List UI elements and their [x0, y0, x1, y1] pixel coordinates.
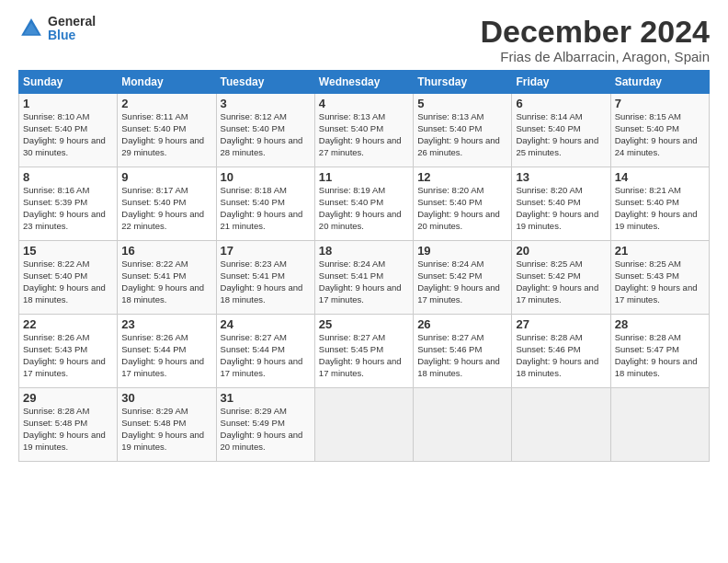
day-info: Sunrise: 8:26 AMSunset: 5:44 PMDaylight:… — [121, 332, 204, 377]
day-info: Sunrise: 8:24 AMSunset: 5:42 PMDaylight:… — [417, 259, 500, 304]
day-number: 24 — [221, 317, 311, 331]
calendar-table: Sunday Monday Tuesday Wednesday Thursday… — [18, 70, 710, 462]
day-info: Sunrise: 8:27 AMSunset: 5:44 PMDaylight:… — [221, 332, 303, 377]
header-wednesday: Wednesday — [314, 71, 413, 94]
day-number: 13 — [516, 170, 606, 184]
calendar-cell — [512, 388, 610, 462]
day-number: 12 — [417, 170, 507, 184]
day-number: 26 — [417, 317, 507, 331]
day-number: 14 — [615, 170, 705, 184]
calendar-cell: 5 Sunrise: 8:13 AMSunset: 5:40 PMDayligh… — [414, 94, 512, 167]
calendar-cell: 25 Sunrise: 8:27 AMSunset: 5:45 PMDaylig… — [314, 315, 413, 388]
logo-icon — [18, 16, 44, 41]
day-number: 19 — [417, 244, 507, 258]
calendar-cell: 6 Sunrise: 8:14 AMSunset: 5:40 PMDayligh… — [512, 94, 610, 167]
day-info: Sunrise: 8:28 AMSunset: 5:48 PMDaylight:… — [23, 406, 106, 451]
day-number: 27 — [516, 317, 606, 331]
calendar-cell: 12 Sunrise: 8:20 AMSunset: 5:40 PMDaylig… — [414, 167, 512, 241]
day-info: Sunrise: 8:24 AMSunset: 5:41 PMDaylight:… — [319, 259, 402, 304]
calendar-cell: 9 Sunrise: 8:17 AMSunset: 5:40 PMDayligh… — [118, 167, 216, 241]
calendar-cell — [314, 388, 413, 462]
day-info: Sunrise: 8:13 AMSunset: 5:40 PMDaylight:… — [417, 111, 500, 156]
month-title: December 2024 — [480, 15, 710, 49]
calendar-cell: 16 Sunrise: 8:22 AMSunset: 5:41 PMDaylig… — [118, 241, 216, 315]
day-info: Sunrise: 8:19 AMSunset: 5:40 PMDaylight:… — [319, 185, 402, 230]
day-info: Sunrise: 8:11 AMSunset: 5:40 PMDaylight:… — [121, 111, 204, 156]
location-subtitle: Frias de Albarracin, Aragon, Spain — [480, 49, 710, 64]
day-info: Sunrise: 8:12 AMSunset: 5:40 PMDaylight:… — [221, 111, 303, 156]
day-info: Sunrise: 8:15 AMSunset: 5:40 PMDaylight:… — [615, 111, 698, 156]
day-number: 8 — [23, 170, 113, 184]
calendar-week-2: 8 Sunrise: 8:16 AMSunset: 5:39 PMDayligh… — [19, 167, 710, 241]
day-number: 25 — [319, 317, 409, 331]
day-info: Sunrise: 8:25 AMSunset: 5:43 PMDaylight:… — [615, 259, 698, 304]
day-info: Sunrise: 8:29 AMSunset: 5:48 PMDaylight:… — [121, 406, 204, 451]
day-info: Sunrise: 8:16 AMSunset: 5:39 PMDaylight:… — [23, 185, 106, 230]
calendar-cell: 29 Sunrise: 8:28 AMSunset: 5:48 PMDaylig… — [19, 388, 118, 462]
page-container: General Blue December 2024 Frias de Alba… — [0, 0, 728, 471]
day-info: Sunrise: 8:29 AMSunset: 5:49 PMDaylight:… — [221, 406, 303, 451]
day-number: 9 — [121, 170, 211, 184]
day-info: Sunrise: 8:10 AMSunset: 5:40 PMDaylight:… — [23, 111, 106, 156]
calendar-cell: 30 Sunrise: 8:29 AMSunset: 5:48 PMDaylig… — [118, 388, 216, 462]
day-number: 30 — [121, 391, 211, 405]
day-number: 28 — [615, 317, 705, 331]
calendar-cell: 18 Sunrise: 8:24 AMSunset: 5:41 PMDaylig… — [314, 241, 413, 315]
calendar-cell — [610, 388, 709, 462]
calendar-cell: 31 Sunrise: 8:29 AMSunset: 5:49 PMDaylig… — [216, 388, 314, 462]
day-number: 29 — [23, 391, 113, 405]
calendar-cell: 28 Sunrise: 8:28 AMSunset: 5:47 PMDaylig… — [610, 315, 709, 388]
header-monday: Monday — [118, 71, 216, 94]
calendar-week-1: 1 Sunrise: 8:10 AMSunset: 5:40 PMDayligh… — [19, 94, 710, 167]
calendar-cell: 17 Sunrise: 8:23 AMSunset: 5:41 PMDaylig… — [216, 241, 314, 315]
day-number: 23 — [121, 317, 211, 331]
day-number: 17 — [221, 244, 311, 258]
day-number: 6 — [516, 97, 606, 110]
header-thursday: Thursday — [414, 71, 512, 94]
day-number: 3 — [221, 97, 311, 110]
header-sunday: Sunday — [19, 71, 118, 94]
logo: General Blue — [18, 15, 96, 43]
day-info: Sunrise: 8:14 AMSunset: 5:40 PMDaylight:… — [516, 111, 598, 156]
day-number: 7 — [615, 97, 705, 110]
day-info: Sunrise: 8:21 AMSunset: 5:40 PMDaylight:… — [615, 185, 698, 230]
day-number: 2 — [121, 97, 211, 110]
calendar-cell: 7 Sunrise: 8:15 AMSunset: 5:40 PMDayligh… — [610, 94, 709, 167]
day-info: Sunrise: 8:26 AMSunset: 5:43 PMDaylight:… — [23, 332, 106, 377]
calendar-cell: 13 Sunrise: 8:20 AMSunset: 5:40 PMDaylig… — [512, 167, 610, 241]
calendar-cell: 19 Sunrise: 8:24 AMSunset: 5:42 PMDaylig… — [414, 241, 512, 315]
day-number: 10 — [221, 170, 311, 184]
day-number: 20 — [516, 244, 606, 258]
calendar-cell: 11 Sunrise: 8:19 AMSunset: 5:40 PMDaylig… — [314, 167, 413, 241]
calendar-cell: 27 Sunrise: 8:28 AMSunset: 5:46 PMDaylig… — [512, 315, 610, 388]
day-info: Sunrise: 8:20 AMSunset: 5:40 PMDaylight:… — [417, 185, 500, 230]
calendar-cell: 4 Sunrise: 8:13 AMSunset: 5:40 PMDayligh… — [314, 94, 413, 167]
day-info: Sunrise: 8:28 AMSunset: 5:47 PMDaylight:… — [615, 332, 698, 377]
calendar-cell: 24 Sunrise: 8:27 AMSunset: 5:44 PMDaylig… — [216, 315, 314, 388]
calendar-week-5: 29 Sunrise: 8:28 AMSunset: 5:48 PMDaylig… — [19, 388, 710, 462]
day-number: 5 — [417, 97, 507, 110]
day-number: 11 — [319, 170, 409, 184]
day-number: 22 — [23, 317, 113, 331]
day-info: Sunrise: 8:27 AMSunset: 5:45 PMDaylight:… — [319, 332, 402, 377]
day-number: 18 — [319, 244, 409, 258]
header-saturday: Saturday — [610, 71, 709, 94]
calendar-cell: 2 Sunrise: 8:11 AMSunset: 5:40 PMDayligh… — [118, 94, 216, 167]
day-number: 15 — [23, 244, 113, 258]
calendar-cell: 10 Sunrise: 8:18 AMSunset: 5:40 PMDaylig… — [216, 167, 314, 241]
day-info: Sunrise: 8:25 AMSunset: 5:42 PMDaylight:… — [516, 259, 598, 304]
logo-blue: Blue — [48, 29, 96, 42]
calendar-cell: 20 Sunrise: 8:25 AMSunset: 5:42 PMDaylig… — [512, 241, 610, 315]
calendar-cell: 1 Sunrise: 8:10 AMSunset: 5:40 PMDayligh… — [19, 94, 118, 167]
calendar-cell: 21 Sunrise: 8:25 AMSunset: 5:43 PMDaylig… — [610, 241, 709, 315]
day-number: 16 — [121, 244, 211, 258]
day-info: Sunrise: 8:27 AMSunset: 5:46 PMDaylight:… — [417, 332, 500, 377]
header-friday: Friday — [512, 71, 610, 94]
calendar-cell: 3 Sunrise: 8:12 AMSunset: 5:40 PMDayligh… — [216, 94, 314, 167]
day-info: Sunrise: 8:28 AMSunset: 5:46 PMDaylight:… — [516, 332, 598, 377]
day-info: Sunrise: 8:13 AMSunset: 5:40 PMDaylight:… — [319, 111, 402, 156]
calendar-cell: 8 Sunrise: 8:16 AMSunset: 5:39 PMDayligh… — [19, 167, 118, 241]
calendar-cell: 14 Sunrise: 8:21 AMSunset: 5:40 PMDaylig… — [610, 167, 709, 241]
calendar-body: 1 Sunrise: 8:10 AMSunset: 5:40 PMDayligh… — [19, 94, 710, 462]
calendar-cell — [414, 388, 512, 462]
